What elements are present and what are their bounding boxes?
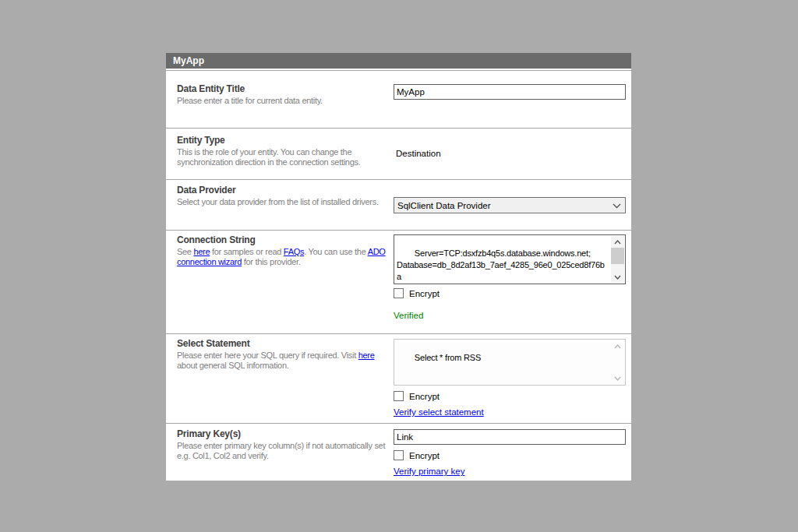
section-heading: Select Statement	[177, 338, 394, 349]
section-primary-keys: Primary Key(s) Please enter primary key …	[166, 423, 631, 481]
desktop-background: { "window": { "title": "MyApp" }, "label…	[0, 0, 798, 532]
section-description: Please enter a title for current data en…	[177, 96, 394, 106]
section-label-block: Entity Type This is the role of your ent…	[177, 135, 394, 167]
encrypt-label: Encrypt	[409, 451, 440, 460]
encrypt-checkbox[interactable]	[394, 391, 404, 401]
faqs-link[interactable]: FAQs	[284, 247, 304, 256]
section-heading: Data Provider	[177, 185, 394, 196]
select-encrypt-row: Encrypt	[394, 391, 440, 401]
section-heading: Primary Key(s)	[177, 428, 394, 439]
description-text: Please enter here your SQL query if requ…	[177, 351, 358, 360]
chevron-down-icon	[613, 201, 621, 210]
section-label-block: Primary Key(s) Please enter primary key …	[177, 428, 394, 461]
scrollbar-thumb[interactable]	[611, 248, 624, 264]
primary-keys-input[interactable]	[394, 429, 626, 445]
section-label-block: Select Statement Please enter here your …	[177, 338, 394, 371]
panel-title: MyApp	[166, 53, 631, 69]
section-select-statement: Select Statement Please enter here your …	[166, 333, 631, 423]
data-provider-selected-option: SqlClient Data Provider	[397, 201, 491, 210]
section-heading: Entity Type	[177, 135, 394, 146]
section-description: Please enter here your SQL query if requ…	[177, 351, 394, 371]
scroll-down-icon[interactable]	[611, 372, 624, 384]
connection-string-value: Server=TCP:dsxfzb4q5s.database.windows.n…	[397, 248, 605, 284]
connection-string-textarea[interactable]: Server=TCP:dsxfzb4q5s.database.windows.n…	[394, 234, 626, 284]
encrypt-checkbox[interactable]	[394, 450, 404, 460]
section-data-provider: Data Provider Select your data provider …	[166, 179, 631, 230]
section-label-block: Connection String See here for samples o…	[177, 234, 394, 267]
panel-body: Data Entity Title Please enter a title f…	[166, 71, 631, 481]
section-data-entity-title: Data Entity Title Please enter a title f…	[166, 71, 631, 128]
section-label-block: Data Entity Title Please enter a title f…	[177, 83, 394, 106]
section-description: Please enter primary key column(s) if no…	[177, 441, 394, 461]
sql-info-link[interactable]: here	[358, 351, 375, 360]
verify-select-statement-link[interactable]: Verify select statement	[394, 407, 484, 417]
connection-samples-link[interactable]: here	[193, 247, 210, 256]
scrollbar[interactable]	[611, 236, 624, 283]
section-description: Select your data provider from the list …	[177, 197, 394, 207]
encrypt-label: Encrypt	[409, 289, 440, 298]
entity-type-value: Destination	[396, 149, 628, 158]
description-text: . You can use the	[304, 247, 367, 256]
scrollbar[interactable]	[611, 340, 624, 384]
section-label-block: Data Provider Select your data provider …	[177, 185, 394, 207]
encrypt-checkbox[interactable]	[394, 288, 404, 298]
myapp-entity-panel: MyApp Data Entity Title Please enter a t…	[166, 53, 631, 481]
encrypt-label: Encrypt	[409, 392, 440, 401]
connection-encrypt-row: Encrypt	[394, 288, 440, 298]
section-description: This is the role of your entity. You can…	[177, 147, 394, 167]
section-entity-type: Entity Type This is the role of your ent…	[166, 128, 631, 179]
description-text: for samples or read	[210, 247, 284, 256]
description-text: for this provider.	[242, 257, 301, 266]
section-heading: Data Entity Title	[177, 83, 394, 94]
data-entity-title-input[interactable]	[394, 84, 626, 100]
primary-keys-encrypt-row: Encrypt	[394, 450, 440, 460]
description-text: about general SQL information.	[177, 361, 288, 370]
select-statement-textarea[interactable]: Select * from RSS	[394, 339, 626, 386]
scroll-up-icon[interactable]	[611, 236, 624, 248]
scroll-down-icon[interactable]	[611, 271, 624, 283]
section-description: See here for samples or read FAQs. You c…	[177, 247, 394, 267]
section-connection-string: Connection String See here for samples o…	[166, 230, 631, 333]
verify-primary-key-link[interactable]: Verify primary key	[394, 467, 464, 476]
scroll-up-icon[interactable]	[611, 340, 624, 352]
section-heading: Connection String	[177, 234, 394, 245]
data-provider-select[interactable]: SqlClient Data Provider	[394, 197, 626, 213]
description-text: See	[177, 247, 193, 256]
select-statement-value: Select * from RSS	[415, 353, 481, 362]
connection-verified-status: Verified	[394, 311, 423, 320]
